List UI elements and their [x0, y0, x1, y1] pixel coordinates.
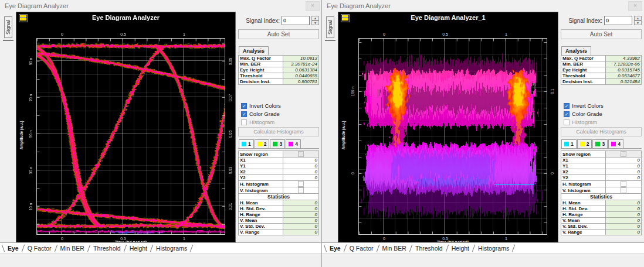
eye-diagram-plot: Eye Diagram Analyzer: [16, 12, 236, 242]
colorgrade-icon[interactable]: [19, 14, 28, 22]
y-axis-label: Amplitude (a.u.): [341, 121, 345, 149]
tab-signal[interactable]: Signal: [4, 16, 12, 38]
histogram-tab-3[interactable]: 3: [592, 139, 608, 148]
histogram-checkbox[interactable]: [564, 119, 570, 125]
histogram-tab-2[interactable]: 2: [577, 139, 592, 148]
magenta-swatch-icon: [289, 142, 293, 146]
signal-index-label: Signal Index:: [246, 18, 280, 24]
tab-threshold[interactable]: Threshold: [89, 245, 125, 252]
spin-down-icon[interactable]: ▼: [634, 20, 642, 25]
tab-histograms[interactable]: Histograms: [474, 245, 513, 252]
tab-signal[interactable]: Signal: [326, 16, 334, 38]
yellow-swatch-icon: [580, 142, 585, 146]
eye-analyzer-window-right: Eye Diagram Analyzer × Signal Eye Diagra…: [322, 0, 644, 267]
show-region-checkbox[interactable]: [298, 151, 304, 157]
table-row: Y10: [239, 163, 319, 169]
calculate-histograms-button[interactable]: Calculate Histograms: [561, 127, 642, 136]
tab-q-factor[interactable]: Q Factor: [23, 245, 56, 252]
cyan-swatch-icon: [242, 142, 246, 146]
window-title: Eye Diagram Analyzer: [327, 2, 391, 9]
spin-up-icon[interactable]: ▲: [311, 16, 319, 20]
analysis-row: Eye Height0.0315745: [561, 67, 642, 73]
auto-set-button[interactable]: Auto Set: [238, 29, 319, 39]
invert-colors-checkbox[interactable]: ✓: [241, 103, 247, 109]
histogram-tabs: 1 2 3 4: [561, 139, 642, 149]
h-histogram-checkbox[interactable]: [298, 181, 304, 187]
colorgrade-icon[interactable]: [341, 14, 350, 22]
color-grade-checkbox[interactable]: ✓: [564, 111, 570, 117]
histogram-tab-1[interactable]: 1: [561, 139, 577, 148]
window-content: Signal Eye Diagram Analyzer_1: [322, 12, 644, 242]
v-histogram-checkbox[interactable]: [621, 187, 626, 193]
table-row: Statistics: [561, 194, 642, 200]
tab-analysis[interactable]: Analysis: [561, 46, 591, 55]
histogram-checkbox[interactable]: [241, 119, 247, 125]
tab-analysis[interactable]: Analysis: [239, 46, 269, 55]
title-bar[interactable]: Eye Diagram Analyzer ×: [322, 0, 644, 12]
h-histogram-checkbox[interactable]: [621, 181, 626, 187]
region-table: Show region X10 Y10 X20 Y20 H. histogram…: [561, 150, 642, 235]
auto-set-button[interactable]: Auto Set: [561, 29, 642, 39]
tab-min-ber[interactable]: Min BER: [378, 245, 411, 252]
tab-q-factor[interactable]: Q Factor: [345, 245, 378, 252]
x-tick-top: 1: [505, 32, 507, 36]
histogram-tab-2[interactable]: 2: [255, 139, 270, 148]
x-tick-bottom: 0: [383, 237, 385, 241]
analysis-table: Max. Q Factor10.0813 Min. BER3.30781e-24…: [238, 55, 319, 85]
tab-height[interactable]: Height: [126, 245, 151, 252]
region-table: Show region X10 Y10 X20 Y20 H. histogram…: [238, 150, 319, 235]
x-tick-top: 1: [183, 32, 185, 36]
spin-down-icon[interactable]: ▼: [311, 20, 319, 25]
y-tick-left: 70 n: [29, 94, 33, 102]
magenta-swatch-icon: [611, 142, 616, 146]
control-panel: Signal Index: ▲ ▼ Auto Set Analysis Max.…: [558, 12, 644, 242]
spin-up-icon[interactable]: ▲: [634, 16, 642, 20]
close-icon[interactable]: ×: [628, 1, 642, 11]
histogram-tab-1[interactable]: 1: [239, 139, 254, 148]
table-row: Y20: [239, 175, 319, 181]
eye-trace-canvas: [358, 38, 547, 235]
tab-threshold[interactable]: Threshold: [411, 245, 447, 252]
y-tick-right: 0.03: [228, 167, 232, 174]
eye-analyzer-window-left: Eye Diagram Analyzer × Signal Eye Diagra…: [0, 0, 322, 267]
table-row: X10: [239, 158, 319, 163]
analysis-table: Max. Q Factor4.33982 Min. BER7.12832e-06…: [561, 55, 642, 85]
x-tick-bottom: 1: [183, 237, 185, 241]
eye-traces: [36, 45, 225, 232]
tab-histograms[interactable]: Histograms: [152, 245, 191, 252]
analysis-row: Max. Q Factor10.0813: [239, 56, 319, 61]
histogram-tab-4[interactable]: 4: [608, 139, 623, 148]
window-content: Signal Eye Diagram Analyzer: [0, 12, 321, 242]
y-tick-left: 0: [351, 172, 355, 174]
tab-underline: [3, 40, 13, 41]
tab-min-ber[interactable]: Min BER: [56, 245, 89, 252]
table-row: Show region: [561, 151, 642, 158]
noisy-eye-bands: [366, 61, 534, 213]
tab-eye[interactable]: Eye: [4, 245, 23, 252]
y-tick-right: 0.05: [228, 131, 232, 138]
color-grade-checkbox[interactable]: ✓: [241, 111, 247, 117]
table-row: X10: [561, 158, 642, 163]
invert-colors-checkbox[interactable]: ✓: [564, 103, 570, 109]
signal-index-input[interactable]: [604, 16, 632, 25]
analysis-row: Threshold0.0440655: [239, 73, 319, 79]
signal-index-input[interactable]: [282, 16, 310, 25]
close-icon[interactable]: ×: [306, 1, 320, 11]
tab-eye[interactable]: Eye: [326, 245, 345, 252]
tab-underline: [325, 40, 335, 41]
y-tick-left: 90 n: [29, 58, 33, 66]
table-row: X20: [561, 169, 642, 175]
histogram-tab-4[interactable]: 4: [286, 139, 301, 148]
statistics-header: Statistics: [239, 194, 319, 200]
v-histogram-checkbox[interactable]: [298, 187, 304, 193]
calculate-histograms-button[interactable]: Calculate Histograms: [238, 127, 319, 136]
table-row: H. Std. Dev.0: [239, 206, 319, 212]
histogram-tab-3[interactable]: 3: [270, 139, 285, 148]
invert-colors-label: Invert Colors: [249, 102, 281, 109]
tab-height[interactable]: Height: [448, 245, 473, 252]
y-tick-left: 30 n: [29, 167, 33, 174]
analysis-row: Threshold0.0534677: [561, 73, 642, 79]
show-region-checkbox[interactable]: [621, 151, 626, 157]
table-row: V. Std. Dev.0: [561, 224, 642, 230]
title-bar[interactable]: Eye Diagram Analyzer ×: [0, 0, 321, 12]
